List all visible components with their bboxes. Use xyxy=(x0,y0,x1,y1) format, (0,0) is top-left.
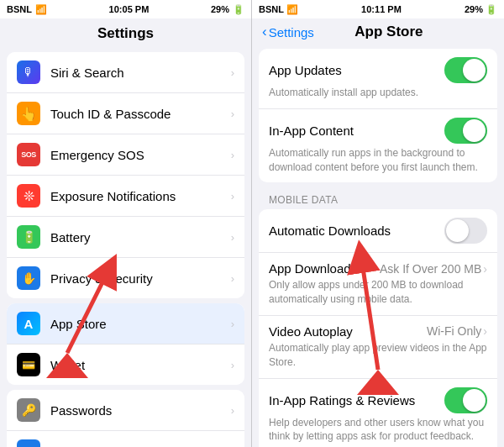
settings-row-passwords[interactable]: 🔑 Passwords › xyxy=(7,390,244,431)
inappcontent-toggle[interactable] xyxy=(444,118,487,144)
left-battery: 29% xyxy=(211,4,229,14)
appupdates-label: App Updates xyxy=(269,63,342,77)
videoautoplay-chevron: › xyxy=(483,324,487,338)
videoautoplay-desc: Automatically play app preview videos in… xyxy=(269,341,487,370)
right-row-appdownloads[interactable]: App Downloads Ask If Over 200 MB › Only … xyxy=(259,253,497,316)
inappcontent-desc: Automatically run apps in the background… xyxy=(269,146,487,175)
back-chevron-icon: ‹ xyxy=(262,24,267,40)
left-nav-header: Settings xyxy=(0,18,251,47)
battery-icon-row: 🔋 xyxy=(17,225,40,249)
wallet-icon: 💳 xyxy=(17,353,40,376)
appstore-label: App Store xyxy=(50,317,231,331)
right-section-2: Automatic Downloads App Downloads Ask If… xyxy=(259,209,497,447)
right-row-inappratings: In-App Ratings & Reviews Help developers… xyxy=(259,379,497,447)
autodownloads-label: Automatic Downloads xyxy=(269,224,391,238)
left-time: 10:05 PM xyxy=(109,4,150,14)
appdownloads-value-text: Ask If Over 200 MB xyxy=(380,262,481,276)
settings-row-touchid[interactable]: 👆 Touch ID & Passcode › xyxy=(7,93,244,134)
settings-row-siri[interactable]: 🎙 Siri & Search › xyxy=(7,52,244,93)
appdownloads-value: Ask If Over 200 MB › xyxy=(380,262,487,276)
right-section-1: App Updates Automatically install app up… xyxy=(259,49,497,182)
right-status-bar: BSNL 📶 10:11 PM 29% 🔋 xyxy=(252,0,504,18)
right-wifi-icon: 📶 xyxy=(286,4,298,15)
settings-group-1: 🎙 Siri & Search › 👆 Touch ID & Passcode … xyxy=(7,52,244,298)
battery-chevron: › xyxy=(231,231,234,244)
videoautoplay-value: Wi-Fi Only › xyxy=(427,324,487,338)
settings-group-3: 🔑 Passwords › ✉️ Mail › 👤 Contacts › xyxy=(7,390,244,447)
right-panel: BSNL 📶 10:11 PM 29% 🔋 ‹ Settings App Sto… xyxy=(252,0,504,447)
privacy-label: Privacy & Security xyxy=(50,271,231,286)
autodownloads-toggle[interactable] xyxy=(444,218,487,244)
videoautoplay-value-text: Wi-Fi Only xyxy=(427,324,481,338)
wifi-icon: 📶 xyxy=(35,4,47,15)
wallet-label: Wallet xyxy=(50,358,231,372)
touchid-icon: 👆 xyxy=(17,102,40,125)
wallet-chevron: › xyxy=(231,359,234,371)
settings-list[interactable]: 🎙 Siri & Search › 👆 Touch ID & Passcode … xyxy=(0,47,251,447)
mobile-data-header: MOBILE DATA xyxy=(259,189,497,209)
settings-row-battery[interactable]: 🔋 Battery › xyxy=(7,217,244,258)
videoautoplay-label: Video Autoplay xyxy=(269,324,353,339)
exposure-chevron: › xyxy=(231,190,234,202)
settings-row-appstore[interactable]: A App Store › xyxy=(7,303,244,344)
right-row-autodownloads: Automatic Downloads xyxy=(259,209,497,253)
settings-group-2: A App Store › 💳 Wallet › xyxy=(7,303,244,385)
touchid-chevron: › xyxy=(231,108,234,120)
appdownloads-chevron: › xyxy=(483,262,487,276)
appupdates-toggle[interactable] xyxy=(444,57,487,83)
left-status-bar: BSNL 📶 10:05 PM 29% 🔋 xyxy=(0,0,251,18)
sos-icon: SOS xyxy=(17,143,40,166)
exposure-label: Exposure Notifications xyxy=(50,189,231,203)
siri-chevron: › xyxy=(231,66,234,79)
left-title: Settings xyxy=(97,25,154,41)
settings-row-privacy[interactable]: ✋ Privacy & Security › xyxy=(7,258,244,298)
appstore-icon: A xyxy=(17,312,40,335)
siri-icon: 🎙 xyxy=(17,60,40,84)
exposure-icon: ❊ xyxy=(17,184,40,208)
sos-label: Emergency SOS xyxy=(50,148,231,162)
right-battery-group: 29% 🔋 xyxy=(465,4,497,15)
inappratings-desc: Help developers and other users know wha… xyxy=(269,416,487,444)
touchid-label: Touch ID & Passcode xyxy=(50,107,231,121)
inappratings-toggle[interactable] xyxy=(444,387,487,413)
appstore-chevron: › xyxy=(231,318,234,330)
settings-row-mail[interactable]: ✉️ Mail › xyxy=(7,431,244,447)
inappratings-label: In-App Ratings & Reviews xyxy=(269,393,415,408)
left-panel: BSNL 📶 10:05 PM 29% 🔋 Settings 🎙 Siri & … xyxy=(0,0,252,447)
right-battery-icon: 🔋 xyxy=(486,4,497,15)
sos-chevron: › xyxy=(231,149,234,161)
carrier-text: BSNL xyxy=(7,4,32,14)
right-nav-title: App Store xyxy=(318,24,460,40)
privacy-chevron: › xyxy=(231,272,234,285)
left-status-right: 29% 🔋 xyxy=(211,4,244,15)
right-battery-text: 29% xyxy=(465,4,483,14)
battery-icon: 🔋 xyxy=(233,4,244,15)
right-row-appupdates: App Updates Automatically install app up… xyxy=(259,49,497,109)
back-label: Settings xyxy=(269,25,314,39)
appdownloads-desc: Only allow apps under 200 MB to download… xyxy=(269,278,487,307)
mail-icon: ✉️ xyxy=(17,439,40,447)
siri-label: Siri & Search xyxy=(50,66,231,80)
mail-label: Mail xyxy=(50,444,231,448)
passwords-icon: 🔑 xyxy=(17,398,40,422)
right-content[interactable]: App Updates Automatically install app up… xyxy=(252,45,504,447)
inappcontent-label: In-App Content xyxy=(269,124,354,138)
right-carrier: BSNL 📶 xyxy=(259,4,298,15)
battery-label: Battery xyxy=(50,230,231,245)
right-time: 10:11 PM xyxy=(361,4,402,14)
right-nav-header: ‹ Settings App Store xyxy=(252,18,504,45)
right-carrier-text: BSNL xyxy=(259,4,284,14)
right-row-inappcontent: In-App Content Automatically run apps in… xyxy=(259,109,497,183)
settings-row-wallet[interactable]: 💳 Wallet › xyxy=(7,344,244,385)
appdownloads-label: App Downloads xyxy=(269,261,357,276)
privacy-icon: ✋ xyxy=(17,266,40,290)
back-button[interactable]: ‹ Settings xyxy=(262,24,314,40)
right-row-videoautoplay[interactable]: Video Autoplay Wi-Fi Only › Automaticall… xyxy=(259,316,497,379)
settings-row-exposure[interactable]: ❊ Exposure Notifications › xyxy=(7,176,244,217)
passwords-chevron: › xyxy=(231,404,234,417)
settings-row-sos[interactable]: SOS Emergency SOS › xyxy=(7,134,244,176)
left-status-carrier: BSNL 📶 xyxy=(7,4,47,15)
passwords-label: Passwords xyxy=(50,403,231,418)
appupdates-desc: Automatically install app updates. xyxy=(269,86,487,100)
